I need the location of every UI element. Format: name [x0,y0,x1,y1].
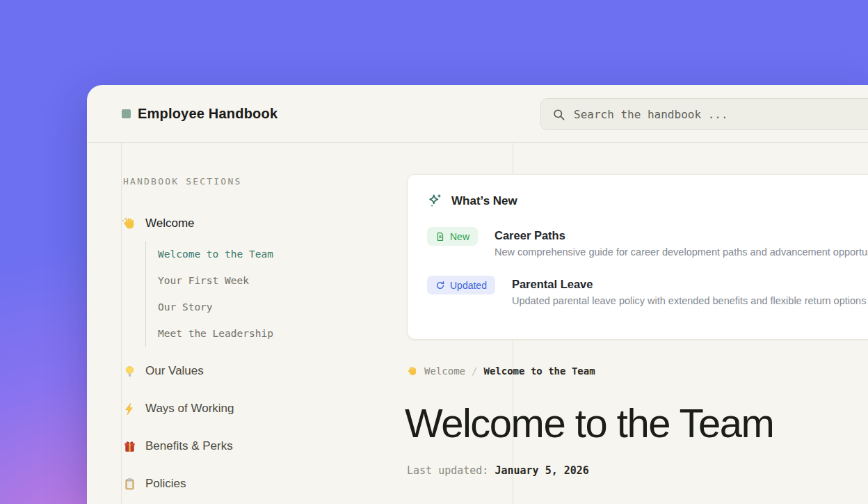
updated-badge: Updated [427,276,495,294]
lightning-icon [122,402,136,416]
app-header: Employee Handbook [87,85,868,143]
whats-new-title: What’s New [451,194,517,208]
wave-icon [407,365,418,377]
new-badge: New [427,227,478,246]
sidebar-item-label: Welcome [145,216,195,230]
search-box[interactable] [540,98,868,130]
search-icon [552,108,565,121]
sidebar: HANDBOOK SECTIONS Welcome Welcome to the… [122,143,387,504]
sub-item-meet-the-leadership[interactable]: Meet the Leadership [158,320,387,347]
clipboard-icon [122,477,136,491]
sidebar-section-label: HANDBOOK SECTIONS [122,143,387,187]
badge-label: New [450,231,469,242]
breadcrumb: Welcome / Welcome to the Team [407,365,595,377]
whats-new-header: What’s New [427,193,868,209]
sidebar-item-welcome[interactable]: Welcome [122,214,387,233]
breadcrumb-page: Welcome to the Team [483,365,595,377]
entry-title: Parental Leave [512,278,866,291]
sidebar-item-ways-of-working[interactable]: Ways of Working [122,400,387,418]
sparkles-icon [427,193,443,209]
sidebar-left-rule [121,143,122,504]
whats-new-entry[interactable]: New Career Paths New comprehensive guide… [427,227,868,258]
sidebar-nav: Welcome Welcome to the Team Your First W… [122,214,387,493]
welcome-sub-list: Welcome to the Team Your First Week Our … [145,241,387,347]
entry-text: Parental Leave Updated parental leave po… [512,276,866,306]
entry-title: Career Paths [495,229,868,242]
sidebar-item-label: Our Values [145,364,204,378]
sidebar-item-policies[interactable]: Policies [122,475,387,493]
sub-item-our-story[interactable]: Our Story [158,294,387,320]
entry-description: New comprehensive guide for career devel… [495,246,868,258]
whats-new-entry[interactable]: Updated Parental Leave Updated parental … [427,276,868,306]
sidebar-item-benefits-perks[interactable]: Benefits & Perks [122,437,387,455]
search-input[interactable] [574,108,868,121]
entry-description: Updated parental leave policy with exten… [512,295,866,306]
bulb-icon [122,364,136,378]
sub-item-your-first-week[interactable]: Your First Week [158,267,387,294]
breadcrumb-section[interactable]: Welcome [424,365,465,377]
entry-text: Career Paths New comprehensive guide for… [495,227,868,258]
app-window: Employee Handbook HANDBOOK SECTIONS Welc… [87,85,868,504]
document-icon [435,232,445,242]
whats-new-card: What’s New New Career Paths New comprehe… [407,174,868,340]
brand: Employee Handbook [122,85,278,143]
refresh-icon [435,281,445,290]
sidebar-item-label: Ways of Working [145,402,234,416]
gift-icon [122,439,136,453]
sidebar-item-our-values[interactable]: Our Values [122,362,387,380]
badge-label: Updated [450,280,487,291]
breadcrumb-separator: / [472,365,477,377]
last-updated-value: January 5, 2026 [495,464,588,477]
last-updated: Last updated: January 5, 2026 [407,464,589,477]
wave-icon [122,216,136,230]
sub-item-welcome-to-the-team[interactable]: Welcome to the Team [158,241,387,267]
sidebar-item-label: Benefits & Perks [145,439,233,453]
last-updated-label: Last updated: [407,464,488,477]
logo-mark-icon [122,109,131,118]
app-title: Employee Handbook [138,106,278,122]
page-title: Welcome to the Team [405,400,773,446]
sidebar-item-label: Policies [145,477,186,491]
